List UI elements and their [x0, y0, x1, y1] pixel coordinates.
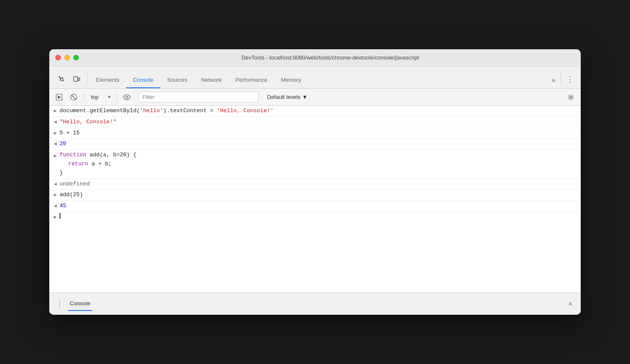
arrow-left-icon: ◀ — [51, 140, 60, 148]
traffic-lights — [55, 55, 79, 60]
settings-button[interactable] — [564, 91, 577, 104]
inspect-icon[interactable] — [56, 74, 66, 84]
filter-input[interactable] — [138, 92, 258, 102]
svg-point-7 — [570, 96, 572, 98]
console-result: 20 — [60, 140, 577, 149]
console-entry: 5 + 15 — [60, 129, 577, 138]
arrow-left-icon: ◀ — [51, 202, 60, 210]
execute-script-button[interactable] — [53, 91, 66, 104]
more-tabs-button[interactable]: » — [548, 73, 559, 88]
svg-point-6 — [126, 96, 128, 98]
console-entry: document.getElementById('hello').textCon… — [60, 107, 577, 116]
drawer-console-tab[interactable]: Console — [68, 297, 92, 311]
arrow-right-icon: ▶ — [51, 213, 60, 221]
maximize-button[interactable] — [73, 55, 79, 60]
device-toggle-icon[interactable] — [72, 74, 82, 84]
console-line: ◀ 45 — [49, 201, 581, 212]
tab-icon-area — [53, 74, 85, 88]
tab-memory[interactable]: Memory — [274, 73, 308, 88]
svg-rect-0 — [74, 77, 78, 81]
tab-sources[interactable]: Sources — [160, 73, 195, 88]
arrow-left-icon: ◀ — [51, 118, 60, 126]
console-line: ▶ document.getElementById('hello').textC… — [49, 106, 581, 117]
arrow-right-icon: ▶ — [51, 129, 60, 137]
console-line: ▶ add(25) — [49, 190, 581, 201]
arrow-right-icon: ▶ — [51, 107, 60, 115]
console-entry: function add(a, b=20) { return a + b; } — [60, 151, 577, 177]
tab-divider-2 — [561, 72, 561, 85]
bottom-drawer: ⋮ Console × — [49, 292, 581, 315]
console-input[interactable] — [60, 213, 577, 219]
tabs-bar: Elements Console Sources Network Perform… — [49, 66, 581, 89]
drawer-menu-button[interactable]: ⋮ — [54, 299, 65, 309]
console-line: ◀ 20 — [49, 139, 581, 150]
clear-console-button[interactable] — [67, 91, 80, 104]
context-selector[interactable]: top ▼ — [87, 92, 113, 102]
drawer-close-button[interactable]: × — [565, 299, 576, 309]
title-bar: DevTools - localhost:8080/web/tools/chro… — [49, 49, 581, 66]
arrow-left-icon: ◀ — [51, 180, 60, 188]
arrow-right-icon: ▶ — [51, 191, 60, 199]
console-line: ◀ "Hello, Console!" — [49, 117, 581, 128]
console-line: ◀ undefined — [49, 179, 581, 190]
console-toolbar: top ▼ Default levels ▼ — [49, 89, 581, 106]
svg-rect-1 — [78, 78, 80, 81]
log-levels-button[interactable]: Default levels ▼ — [264, 92, 311, 102]
window-title: DevTools - localhost:8080/web/tools/chro… — [86, 54, 575, 61]
console-line: ▶ function add(a, b=20) { return a + b; … — [49, 150, 581, 179]
console-line: ▶ 5 + 15 — [49, 128, 581, 139]
console-result: "Hello, Console!" — [60, 118, 577, 127]
cursor-indicator — [60, 213, 60, 219]
context-select-input[interactable]: top — [87, 92, 113, 102]
tab-divider — [87, 72, 87, 85]
devtools-window: DevTools - localhost:8080/web/tools/chro… — [49, 49, 581, 315]
tab-performance[interactable]: Performance — [228, 73, 274, 88]
console-entry: add(25) — [60, 191, 577, 200]
tab-network[interactable]: Network — [195, 73, 229, 88]
toolbar-divider-2 — [117, 93, 117, 101]
levels-arrow-icon: ▼ — [302, 94, 308, 100]
console-result: 45 — [60, 202, 577, 211]
eye-icon[interactable] — [120, 91, 133, 104]
tab-elements[interactable]: Elements — [89, 73, 126, 88]
console-result: undefined — [60, 180, 577, 189]
minimize-button[interactable] — [64, 55, 70, 60]
console-input-line[interactable]: ▶ — [49, 212, 581, 222]
devtools-menu-button[interactable]: ⋮ — [563, 71, 577, 88]
arrow-right-icon: ▶ — [51, 152, 60, 160]
close-button[interactable] — [55, 55, 61, 60]
svg-line-5 — [72, 95, 76, 99]
svg-marker-3 — [58, 95, 61, 99]
console-output[interactable]: ▶ document.getElementById('hello').textC… — [49, 106, 581, 292]
tab-console[interactable]: Console — [126, 73, 160, 88]
toolbar-divider-1 — [84, 93, 84, 101]
